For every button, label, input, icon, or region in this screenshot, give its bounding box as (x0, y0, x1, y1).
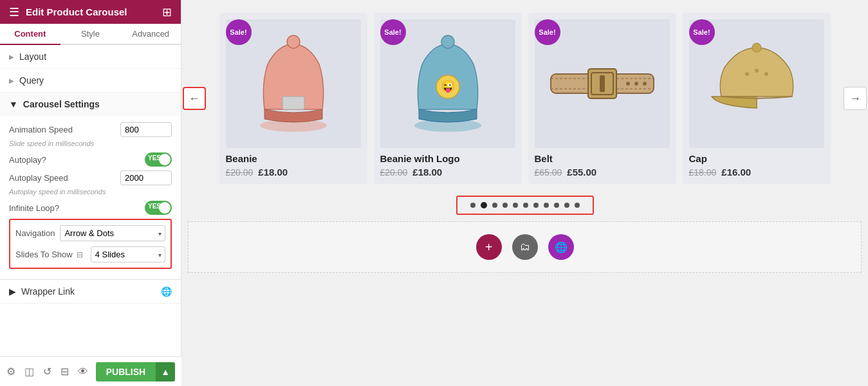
animation-speed-input[interactable]: 800 (120, 122, 172, 137)
hamburger-icon[interactable]: ☰ (9, 5, 19, 19)
product-name-belt: Belt (535, 153, 670, 164)
dot-5[interactable] (523, 203, 528, 208)
slides-to-show-select[interactable]: 1 Slide 2 Slides 3 Slides 4 Slides 5 Sli… (91, 246, 165, 262)
publish-dropdown-button[interactable]: ▲ (156, 362, 175, 381)
layers-icon[interactable]: ◫ (24, 365, 34, 378)
query-arrow-icon: ▶ (9, 77, 14, 84)
autoplay-toggle[interactable]: YES (145, 152, 172, 167)
nav-slides-highlight: Navigation Arrow & Dots Arrows Dots None… (9, 219, 172, 269)
product-card-beanie: Sale! Beanie £20.00 £18.00 (219, 13, 367, 184)
product-card-cap: Sale! (683, 13, 831, 184)
animation-speed-hint: Slide speed in milliseconds (9, 140, 172, 147)
infinite-loop-label: Infinite Loop? (9, 203, 59, 213)
dot-1[interactable] (481, 202, 487, 208)
product-prices-beanie-logo: £20.00 £18.00 (380, 167, 515, 178)
price-sale-cap: £16.00 (721, 167, 751, 178)
sale-badge-cap: Sale! (689, 19, 715, 45)
svg-point-20 (755, 69, 759, 73)
dot-10[interactable] (575, 203, 580, 208)
gear-icon[interactable]: ⚙ (6, 365, 15, 378)
dot-3[interactable] (503, 203, 508, 208)
product-name-cap: Cap (689, 153, 824, 164)
dot-7[interactable] (544, 203, 549, 208)
grid-icon[interactable]: ⊞ (162, 5, 172, 19)
sidebar-title: Edit Product Carousel (26, 6, 127, 17)
wrapper-link-arrow-icon: ▶ (9, 286, 16, 297)
sale-badge-belt: Sale! (535, 19, 560, 45)
product-prices-beanie: £20.00 £18.00 (226, 167, 361, 178)
svg-point-21 (764, 72, 768, 76)
svg-point-12 (634, 82, 638, 86)
wrapper-link-label: Wrapper Link (21, 286, 75, 297)
dot-8[interactable] (554, 203, 559, 208)
dot-2[interactable] (492, 203, 497, 208)
navigation-select-wrapper: Arrow & Dots Arrows Dots None ▾ (60, 225, 165, 241)
carousel-next-arrow[interactable]: → (844, 87, 867, 110)
slides-to-show-row: Slides To Show ⊟ 1 Slide 2 Slides 3 Slid… (15, 246, 165, 262)
carousel-settings-body: Animation Speed 800 Slide speed in milli… (0, 116, 181, 279)
product-card-beanie-logo: Sale! 😜 Beanie with Logo £20.00 (374, 13, 522, 184)
navigation-row: Navigation Arrow & Dots Arrows Dots None… (15, 225, 165, 241)
navigation-label: Navigation (15, 228, 55, 238)
purple-fab-button[interactable]: 🌐 (548, 234, 574, 260)
carousel-settings-label: Carousel Settings (23, 99, 100, 109)
dot-4[interactable] (513, 203, 518, 208)
product-name-beanie-logo: Beanie with Logo (380, 153, 515, 164)
svg-point-1 (287, 35, 300, 48)
sidebar-tabs: Content Style Advanced (0, 24, 181, 45)
carousel-settings-header[interactable]: ▼ Carousel Settings (0, 93, 181, 116)
price-sale-beanie-logo: £18.00 (412, 167, 442, 178)
autoplay-row: Autoplay? YES (9, 152, 172, 167)
publish-btn-group: PUBLISH ▲ (96, 362, 175, 381)
carousel-settings-arrow-icon: ▼ (9, 99, 18, 109)
slides-to-show-icon: ⊟ (77, 250, 83, 259)
price-original-belt: £65.00 (535, 167, 562, 178)
animation-speed-label: Animation Speed (9, 125, 73, 134)
tab-content[interactable]: Content (0, 24, 60, 45)
eye-icon[interactable]: 👁 (78, 366, 88, 378)
carousel-prev-arrow[interactable]: ← (183, 87, 206, 110)
tab-style[interactable]: Style (60, 24, 121, 45)
layout-section[interactable]: ▶ Layout (0, 45, 181, 69)
svg-point-19 (745, 72, 749, 76)
dot-0[interactable] (470, 203, 476, 208)
product-prices-cap: £18.00 £16.00 (689, 167, 824, 178)
slides-to-show-label: Slides To Show (15, 250, 73, 259)
wrapper-link-section[interactable]: ▶ Wrapper Link 🌐 (0, 280, 181, 304)
add-fab-button[interactable]: + (476, 234, 502, 260)
carousel-area: ← Sale! Beanie £20.00 (181, 0, 868, 386)
infinite-loop-row: Infinite Loop? YES (9, 201, 172, 215)
sidebar-bottom-bar: ⚙ ◫ ↺ ⊟ 👁 PUBLISH ▲ (0, 356, 181, 386)
infinite-loop-toggle[interactable]: YES (145, 201, 172, 215)
folder-fab-button[interactable]: 🗂 (512, 234, 538, 260)
navigation-select[interactable]: Arrow & Dots Arrows Dots None (60, 225, 165, 241)
svg-point-18 (752, 43, 761, 52)
history-icon[interactable]: ↺ (43, 365, 51, 378)
price-sale-beanie: £18.00 (258, 167, 288, 178)
publish-button[interactable]: PUBLISH (96, 362, 156, 381)
carousel-dots (456, 196, 594, 215)
tab-advanced[interactable]: Advanced (120, 24, 181, 45)
responsive-icon[interactable]: ⊟ (60, 365, 69, 378)
query-section[interactable]: ▶ Query (0, 69, 181, 93)
dot-9[interactable] (564, 203, 569, 208)
product-card-belt: Sale! (528, 13, 676, 184)
price-original-beanie: £20.00 (226, 167, 254, 178)
layout-label: Layout (19, 51, 46, 62)
product-prices-belt: £65.00 £55.00 (535, 167, 670, 178)
slides-to-show-select-wrapper: 1 Slide 2 Slides 3 Slides 4 Slides 5 Sli… (91, 246, 165, 262)
autoplay-speed-input[interactable]: 2000 (120, 170, 172, 185)
price-sale-belt: £55.00 (567, 167, 596, 178)
layout-arrow-icon: ▶ (9, 53, 14, 60)
wrapper-link-globe-icon: 🌐 (161, 286, 172, 297)
dot-6[interactable] (533, 203, 539, 208)
products-row: ← Sale! Beanie £20.00 (188, 13, 862, 184)
bottom-icons-group: ⚙ ◫ ↺ ⊟ 👁 (6, 365, 88, 378)
sidebar-body: ▶ Layout ▶ Query ▼ Carousel Settings Ani… (0, 45, 181, 386)
svg-point-11 (626, 82, 630, 86)
price-original-beanie-logo: £20.00 (380, 167, 408, 178)
autoplay-yes-label: YES (148, 154, 161, 161)
sale-badge-beanie: Sale! (226, 19, 252, 45)
svg-point-4 (441, 35, 454, 48)
carousel-settings-group: ▼ Carousel Settings Animation Speed 800 … (0, 93, 181, 280)
